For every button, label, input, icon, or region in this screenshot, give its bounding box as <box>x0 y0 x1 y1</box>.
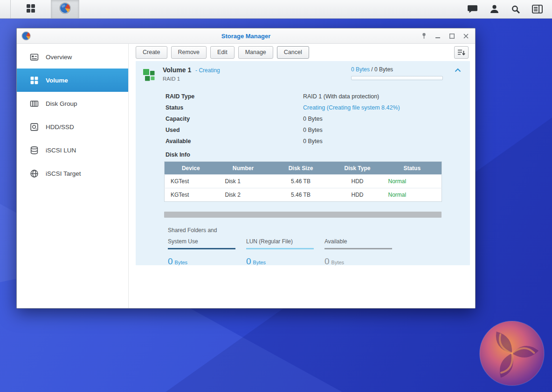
detail-label: Available <box>166 138 303 144</box>
sidebar-item-iscsi-target[interactable]: iSCSI Target <box>17 162 128 185</box>
cancel-button[interactable]: Cancel <box>277 46 309 59</box>
usage-used-link[interactable]: 0 Bytes <box>351 66 370 73</box>
volume-usage: 0 Bytes / 0 Bytes <box>351 66 447 80</box>
minimize-icon[interactable] <box>435 33 441 39</box>
column-header-disk-type[interactable]: Disk Type <box>332 162 383 175</box>
sidebar-item-label: HDD/SSD <box>46 124 74 131</box>
sidebar-item-label: Disk Group <box>46 100 77 107</box>
volume-raid-label: RAID 1 <box>163 76 351 82</box>
pin-icon[interactable] <box>421 33 427 39</box>
cell-device: KGTest <box>165 175 217 188</box>
legend-unit: Bytes <box>331 260 345 265</box>
widgets-icon[interactable] <box>532 5 543 14</box>
window-titlebar[interactable]: Storage Manager <box>17 28 475 44</box>
table-header-row: Device Number Disk Size Disk Type Status <box>165 162 442 175</box>
taskbar-app-storage-manager[interactable] <box>51 0 79 18</box>
close-icon[interactable] <box>462 33 469 39</box>
usage-progress-bar <box>351 76 443 80</box>
sidebar-item-overview[interactable]: Overview <box>17 45 128 69</box>
detail-row: Status Creating (Creating file system 8.… <box>166 102 470 113</box>
legend-value: 0 <box>324 256 330 265</box>
legend-color-bar <box>246 248 314 249</box>
detail-row: RAID Type RAID 1 (With data protection) <box>166 91 470 102</box>
detail-value: 0 Bytes <box>303 116 323 122</box>
cell-disk-size: 5.46 TB <box>269 188 332 202</box>
edit-button[interactable]: Edit <box>210 46 235 59</box>
legend-label-line: Shared Folders and <box>168 225 246 236</box>
manage-button[interactable]: Manage <box>238 46 273 59</box>
detail-value: 0 Bytes <box>303 127 323 133</box>
sidebar-item-disk-group[interactable]: Disk Group <box>17 92 128 115</box>
legend-unit: Bytes <box>253 260 266 265</box>
legend-color-bar <box>324 248 392 249</box>
window-title: Storage Manager <box>17 33 475 40</box>
cell-disk-type: HDD <box>332 188 383 202</box>
column-header-status[interactable]: Status <box>383 162 442 175</box>
table-row[interactable]: KGTest Disk 1 5.46 TB HDD Normal <box>165 175 442 188</box>
sidebar-item-hdd-ssd[interactable]: HDD/SSD <box>17 115 128 138</box>
sidebar-item-label: Overview <box>46 54 72 61</box>
legend-label-line <box>246 225 324 236</box>
detail-row: Used 0 Bytes <box>166 124 470 136</box>
legend-label-line <box>324 225 403 236</box>
disk-info-table: Device Number Disk Size Disk Type Status… <box>164 161 442 202</box>
legend-available: Available 0Bytes <box>324 225 403 265</box>
legend-lun: LUN (Regular File) 0Bytes <box>246 225 324 265</box>
storage-manager-app-icon <box>21 31 31 41</box>
toolbar: Create Remove Edit Manage Cancel <box>129 44 475 61</box>
detail-value-status-link[interactable]: Creating (Creating file system 8.42%) <box>303 104 400 111</box>
iscsi-lun-icon <box>29 146 39 155</box>
cell-disk-size: 5.46 TB <box>269 175 332 188</box>
chevron-up-icon <box>455 68 461 72</box>
main-menu-grid-icon <box>26 3 36 15</box>
desktop-logo <box>477 318 546 390</box>
detail-value: 0 Bytes <box>303 138 323 144</box>
maximize-icon[interactable] <box>448 33 455 39</box>
create-button[interactable]: Create <box>136 46 167 59</box>
user-icon[interactable] <box>490 4 499 14</box>
usage-total: / 0 Bytes <box>370 66 393 73</box>
hdd-ssd-icon <box>29 123 39 131</box>
collapse-button[interactable] <box>452 68 463 72</box>
cell-number: Disk 2 <box>217 188 269 202</box>
column-header-disk-size[interactable]: Disk Size <box>269 162 332 175</box>
sidebar-item-label: iSCSI Target <box>46 170 81 177</box>
detail-label: Status <box>166 104 303 111</box>
detail-label: RAID Type <box>166 93 303 100</box>
disk-group-icon <box>29 99 39 108</box>
column-header-device[interactable]: Device <box>165 162 217 175</box>
taskbar-right <box>467 0 552 18</box>
legend-unit: Bytes <box>175 260 188 265</box>
sidebar-item-label: Volume <box>46 77 68 84</box>
main-menu-button[interactable] <box>10 0 51 18</box>
sort-list-button[interactable] <box>454 46 469 59</box>
chat-icon[interactable] <box>467 4 478 14</box>
disk-info-title: Disk Info <box>136 151 470 158</box>
legend-label-line: Available <box>324 236 403 247</box>
main-content: Create Remove Edit Manage Cancel <box>129 44 475 308</box>
remove-button[interactable]: Remove <box>171 46 207 59</box>
detail-value: RAID 1 (With data protection) <box>303 93 379 100</box>
search-icon[interactable] <box>511 5 520 14</box>
volume-details: RAID Type RAID 1 (With data protection) … <box>136 91 470 147</box>
sidebar-item-volume[interactable]: Volume <box>17 69 128 92</box>
storage-manager-app-icon <box>59 2 71 16</box>
cell-status: Normal <box>383 188 442 202</box>
sidebar-item-iscsi-lun[interactable]: iSCSI LUN <box>17 138 128 162</box>
table-row[interactable]: KGTest Disk 2 5.46 TB HDD Normal <box>165 188 442 202</box>
taskbar-left <box>10 0 79 18</box>
volume-panel: Volume 1 - Creating RAID 1 0 Bytes / 0 B… <box>136 61 470 265</box>
capacity-usage-bar <box>164 212 442 218</box>
overview-icon <box>29 53 39 62</box>
volume-name: Volume 1 <box>163 66 191 74</box>
legend-value: 0 <box>168 256 173 265</box>
green-cubes-icon <box>141 67 158 85</box>
legend-value: 0 <box>246 256 251 265</box>
window-controls <box>421 33 475 39</box>
screen: Storage Manager <box>0 0 552 392</box>
cell-status: Normal <box>383 175 442 188</box>
column-header-number[interactable]: Number <box>217 162 269 175</box>
volume-header: Volume 1 - Creating RAID 1 0 Bytes / 0 B… <box>136 61 470 87</box>
cell-device: KGTest <box>165 188 217 202</box>
legend-label-line: System Use <box>168 236 246 247</box>
